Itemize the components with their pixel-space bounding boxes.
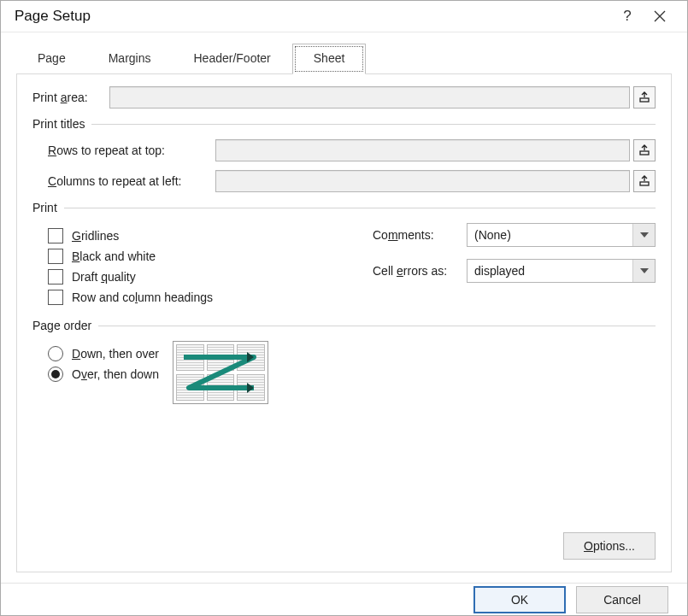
svg-rect-0 [640,98,649,102]
dialog-footer: OK Cancel [1,583,687,615]
cancel-button[interactable]: Cancel [576,586,668,613]
page-order-group-label: Page order [32,319,91,332]
gridlines-label: Gridlines [72,229,119,243]
cell-errors-value: displayed [467,264,632,278]
draft-quality-checkbox[interactable] [48,269,63,285]
collapse-dialog-icon [638,144,650,156]
down-then-over-label: Down, then over [72,347,159,361]
tab-sheet[interactable]: Sheet [292,44,367,74]
black-white-label: Black and white [72,249,156,263]
rows-repeat-label: Rows to repeat at top: [48,144,215,157]
collapse-dialog-icon [638,175,650,187]
close-icon [654,10,666,22]
svg-rect-2 [640,182,649,185]
collapse-dialog-icon [638,91,650,103]
rows-repeat-collapse-button[interactable] [633,139,656,161]
over-then-down-label: Over, then down [72,367,159,381]
cols-repeat-label: Columns to repeat at left: [48,174,215,188]
rows-repeat-input[interactable] [215,139,630,161]
cols-repeat-collapse-button[interactable] [633,170,656,192]
svg-rect-1 [640,151,649,155]
tab-page[interactable]: Page [16,44,87,74]
tabstrip: Page Margins Header/Footer Sheet [1,32,687,73]
close-button[interactable] [643,1,677,32]
ok-button[interactable]: OK [473,586,566,613]
cols-repeat-input[interactable] [215,170,630,192]
page-order-preview [173,341,268,404]
black-white-checkbox[interactable] [48,249,63,264]
page-setup-dialog: Page Setup ? Page Margins Header/Footer … [0,0,688,616]
print-group-label: Print [32,201,57,214]
help-button[interactable]: ? [612,1,643,32]
cell-errors-label: Cell errors as: [373,264,467,278]
divider [91,124,656,125]
cell-errors-select[interactable]: displayed [467,259,656,283]
chevron-down-icon [632,224,655,246]
print-area-collapse-button[interactable] [633,86,656,109]
options-button[interactable]: Options... [563,532,656,560]
row-col-headings-label: Row and column headings [72,290,213,304]
print-area-input[interactable] [109,86,630,109]
divider [64,208,656,208]
tab-margins[interactable]: Margins [87,44,173,74]
print-area-label: Print area: [32,91,109,104]
sheet-panel: Print area: Print titles Rows to repeat … [16,73,672,572]
chevron-down-icon [632,260,655,282]
comments-value: (None) [467,228,632,242]
dialog-title: Page Setup [15,8,612,25]
draft-quality-label: Draft quality [72,270,136,284]
divider [98,326,656,326]
row-col-headings-checkbox[interactable] [48,290,63,305]
print-titles-group-label: Print titles [32,117,85,131]
titlebar: Page Setup ? [1,1,687,32]
comments-select[interactable]: (None) [467,223,656,247]
gridlines-checkbox[interactable] [48,228,63,243]
over-then-down-radio[interactable] [48,367,63,382]
down-then-over-radio[interactable] [48,346,63,361]
tab-headerfooter[interactable]: Header/Footer [173,44,292,74]
comments-label: Comments: [373,228,467,242]
